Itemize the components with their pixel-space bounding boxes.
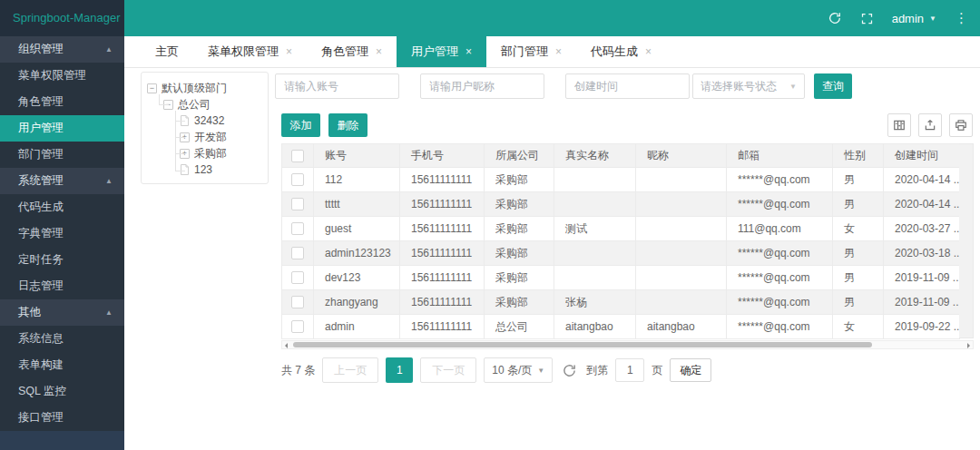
table-horizontal-scrollbar[interactable] (281, 340, 974, 349)
username-label: admin (892, 12, 924, 25)
goto-page-input[interactable] (615, 358, 644, 382)
sidebar-item-log[interactable]: 日志管理 (0, 273, 124, 299)
tree-node-leaf[interactable]: 32432 (180, 112, 262, 129)
file-icon (180, 164, 190, 175)
app-logo: Springboot-Manager (0, 0, 124, 36)
search-button[interactable]: 查询 (814, 73, 852, 99)
select-all-checkbox[interactable] (291, 150, 304, 162)
row-checkbox[interactable] (291, 247, 304, 259)
user-menu[interactable]: admin ▼ (892, 12, 936, 25)
collapse-icon[interactable]: − (147, 83, 157, 93)
department-tree-panel: −默认顶级部门 −总公司 32432 +开发部 +采购部 123 (141, 72, 269, 184)
prev-page-button[interactable]: 上一页 (322, 357, 378, 383)
sidebar-item-form-builder[interactable]: 表单构建 (0, 352, 124, 378)
tree-connector-line (175, 137, 185, 138)
sidebar-item-system-info[interactable]: 系统信息 (0, 326, 124, 352)
add-button[interactable]: 添加 (281, 113, 320, 137)
scrollbar-thumb[interactable] (293, 342, 872, 347)
user-table: 账号 手机号 所属公司 真实名称 昵称 邮箱 性别 创建时间 112 15611… (281, 143, 974, 338)
tree-node-company[interactable]: −总公司 (163, 96, 262, 112)
row-checkbox[interactable] (291, 271, 304, 284)
nickname-input[interactable] (420, 73, 544, 99)
sidebar-item-api-manage[interactable]: 接口管理 (0, 405, 124, 431)
scroll-right-icon[interactable] (967, 343, 970, 348)
table-row[interactable]: 112 15611111111 采购部 ******@qq.com 男 2020… (282, 168, 960, 192)
tab-menu-permission[interactable]: 菜单权限管理× (193, 36, 307, 67)
collapse-caret-icon: ▲ (105, 299, 113, 326)
more-options-icon[interactable]: ⋮ (955, 10, 969, 26)
sidebar-group-org[interactable]: 组织管理▲ (0, 36, 124, 63)
row-checkbox[interactable] (291, 222, 304, 235)
row-checkbox[interactable] (291, 320, 304, 333)
sidebar: Springboot-Manager 组织管理▲ 菜单权限管理 角色管理 用户管… (0, 0, 124, 450)
chevron-down-icon: ▼ (537, 367, 544, 375)
sidebar-item-menu-permission[interactable]: 菜单权限管理 (0, 63, 124, 89)
sidebar-group-system[interactable]: 系统管理▲ (0, 168, 124, 194)
tab-codegen[interactable]: 代码生成× (576, 36, 666, 67)
tab-home[interactable]: 主页 (141, 36, 193, 67)
column-header: 手机号 (400, 144, 485, 168)
sidebar-item-sql-monitor[interactable]: SQL 监控 (0, 378, 124, 405)
table-row[interactable]: dev123 15611111111 采购部 ******@qq.com 男 2… (282, 266, 960, 290)
tab-user[interactable]: 用户管理× (397, 36, 486, 67)
row-checkbox[interactable] (291, 198, 304, 210)
refresh-icon[interactable] (562, 363, 577, 378)
refresh-icon[interactable] (828, 11, 842, 25)
row-checkbox[interactable] (291, 296, 304, 308)
table-row[interactable]: admin123123 15611111111 采购部 ******@qq.co… (282, 241, 960, 266)
print-icon[interactable] (949, 113, 973, 137)
sidebar-group-other[interactable]: 其他▲ (0, 299, 124, 326)
sidebar-item-codegen[interactable]: 代码生成 (0, 194, 124, 220)
sidebar-item-scheduled-task[interactable]: 定时任务 (0, 247, 124, 273)
row-checkbox[interactable] (291, 173, 304, 186)
tree-node-root[interactable]: −默认顶级部门 (147, 80, 262, 96)
close-icon[interactable]: × (286, 45, 292, 58)
table-row[interactable]: guest 15611111111 采购部 测试 111@qq.com 女 20… (282, 217, 960, 241)
account-input[interactable] (275, 73, 399, 99)
tree-connector-line (175, 153, 185, 154)
page-size-select[interactable]: 10 条/页 ▼ (484, 357, 553, 383)
table-row[interactable]: zhangyang 15611111111 采购部 张杨 ******@qq.c… (282, 290, 960, 315)
tree-connector-line (175, 121, 185, 122)
tree-connector-line (175, 171, 185, 171)
delete-button[interactable]: 删除 (328, 113, 368, 137)
column-header: 所属公司 (485, 144, 554, 168)
close-icon[interactable]: × (645, 45, 652, 58)
sidebar-item-user[interactable]: 用户管理 (0, 115, 124, 142)
table-row[interactable]: ttttt 15611111111 采购部 ******@qq.com 男 20… (282, 192, 960, 217)
department-tree: −默认顶级部门 −总公司 32432 +开发部 +采购部 123 (147, 80, 262, 178)
table-row[interactable]: admin 15611111111 总公司 aitangbao aitangba… (282, 315, 960, 339)
app-window: Springboot-Manager 组织管理▲ 菜单权限管理 角色管理 用户管… (0, 0, 980, 450)
tree-node-dev-dept[interactable]: +开发部 (180, 129, 262, 145)
sidebar-nav: 组织管理▲ 菜单权限管理 角色管理 用户管理 部门管理 系统管理▲ 代码生成 字… (0, 36, 124, 431)
scroll-left-icon[interactable] (285, 343, 288, 348)
tree-node-purchase-dept[interactable]: +采购部 (180, 145, 262, 161)
create-time-input[interactable] (565, 73, 690, 99)
column-header: 邮箱 (727, 144, 833, 168)
tab-dept[interactable]: 部门管理× (486, 36, 576, 67)
confirm-button[interactable]: 确定 (670, 358, 711, 382)
fullscreen-icon[interactable] (860, 12, 874, 25)
tree-connector-line (175, 111, 176, 171)
table-vertical-scrollbar[interactable] (959, 143, 974, 338)
export-icon[interactable] (918, 113, 942, 137)
current-page-button[interactable]: 1 (386, 357, 413, 383)
close-icon[interactable]: × (555, 45, 562, 58)
tabbar: 主页 菜单权限管理× 角色管理× 用户管理× 部门管理× 代码生成× (124, 36, 980, 68)
sidebar-footer (0, 431, 124, 450)
total-count-label: 共 7 条 (281, 363, 315, 378)
sidebar-item-dept[interactable]: 部门管理 (0, 142, 124, 168)
account-status-select[interactable]: 请选择账号状态 ▼ (692, 73, 805, 99)
tab-role[interactable]: 角色管理× (307, 36, 397, 67)
pagination: 共 7 条 上一页 1 下一页 10 条/页 ▼ 到第 页 确定 (281, 357, 711, 383)
collapse-caret-icon: ▲ (105, 168, 113, 194)
sidebar-item-dict[interactable]: 字典管理 (0, 220, 124, 247)
sidebar-item-role[interactable]: 角色管理 (0, 89, 124, 115)
close-icon[interactable]: × (376, 45, 382, 58)
filter-columns-icon[interactable] (887, 113, 911, 137)
chevron-down-icon: ▼ (789, 83, 797, 91)
next-page-button[interactable]: 下一页 (420, 357, 476, 383)
column-header: 昵称 (636, 144, 727, 168)
close-icon[interactable]: × (466, 45, 472, 58)
tree-node-leaf[interactable]: 123 (180, 161, 262, 178)
